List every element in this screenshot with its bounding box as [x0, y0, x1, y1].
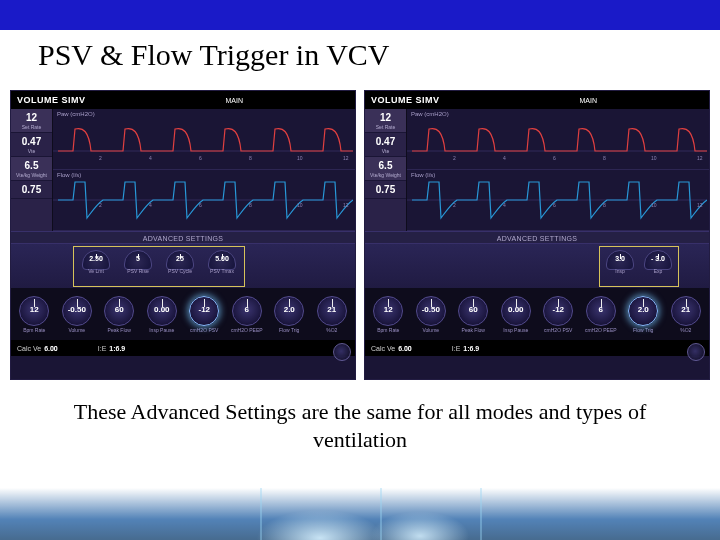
- slide-background-art: [0, 488, 720, 540]
- pressure-waveform: Paw (cmH2O) 24681012: [407, 109, 709, 170]
- dial-value: 0.00: [141, 305, 184, 314]
- dial-value: 21: [311, 305, 354, 314]
- mode-label: VOLUME SIMV: [11, 95, 86, 105]
- brand-swirl-icon: [687, 343, 705, 361]
- panel-row: VOLUME SIMV MAIN 12Set Rate 0.47Vte 6.5V…: [0, 72, 720, 380]
- advanced-settings-highlight-box: 3.0Insp - 3.0Exp: [599, 246, 679, 287]
- main-dial[interactable]: 12Bpm Rate: [13, 296, 56, 333]
- main-dial[interactable]: 21%O2: [311, 296, 354, 333]
- main-dial[interactable]: -0.50Volume: [56, 296, 99, 333]
- pressure-waveform: Paw (cmH2O) 24681012: [53, 109, 355, 170]
- dial-value: -0.50: [56, 305, 99, 314]
- dial-label: Flow Trig: [622, 327, 665, 333]
- main-dial[interactable]: -12cmH2O PSV: [183, 296, 226, 333]
- dial-label: Peak Flow: [452, 327, 495, 333]
- dial-value: 6: [226, 305, 269, 314]
- dial-value: -0.50: [410, 305, 453, 314]
- dial-value: 12: [367, 305, 410, 314]
- main-dial[interactable]: 6cmH2O PEEP: [580, 296, 623, 333]
- dial-label: cmH2O PEEP: [580, 327, 623, 333]
- waveform-area: Paw (cmH2O) 24681012 Flow (l/s) 24681012: [407, 109, 709, 231]
- sidebar: 12Set Rate 0.47Vte 6.5Vte/kg Weight 0.75: [11, 109, 53, 231]
- sidebar-tile[interactable]: 6.5Vte/kg Weight: [11, 157, 52, 181]
- dial-label: Insp Pause: [141, 327, 184, 333]
- dial-label: Insp Pause: [495, 327, 538, 333]
- main-dial-row: 12Bpm Rate-0.50Volume60Peak Flow0.00Insp…: [11, 288, 355, 340]
- main-dial[interactable]: 0.00Insp Pause: [141, 296, 184, 333]
- dial-label: Volume: [410, 327, 453, 333]
- adv-dial[interactable]: 5.00PSV Tmax: [206, 250, 238, 283]
- ventilator-panel-right: VOLUME SIMV MAIN 12Set Rate 0.47Vte 6.5V…: [364, 90, 710, 380]
- main-dial[interactable]: -0.50Volume: [410, 296, 453, 333]
- sidebar-tile[interactable]: 0.47Vte: [365, 133, 406, 157]
- header-bar: [0, 0, 720, 30]
- footer-row: Calc Ve6.00 I:E1:6.9: [11, 340, 355, 356]
- dial-value: 2.0: [622, 305, 665, 314]
- dial-value: 21: [665, 305, 708, 314]
- flow-waveform: Flow (l/s) 24681012: [53, 170, 355, 231]
- panel-header: VOLUME SIMV MAIN: [11, 91, 355, 109]
- dial-label: Peak Flow: [98, 327, 141, 333]
- sidebar-tile[interactable]: 0.75: [365, 181, 406, 199]
- main-dial[interactable]: 60Peak Flow: [452, 296, 495, 333]
- adv-dial[interactable]: - 3.0Exp: [642, 250, 674, 283]
- main-dial[interactable]: 60Peak Flow: [98, 296, 141, 333]
- sidebar-tile[interactable]: 12Set Rate: [365, 109, 406, 133]
- dial-value: 6: [580, 305, 623, 314]
- adv-dial[interactable]: 25PSV Cycle: [164, 250, 196, 283]
- dial-label: Volume: [56, 327, 99, 333]
- sidebar-tile[interactable]: 6.5Vte/kg Weight: [365, 157, 406, 181]
- main-dial[interactable]: 12Bpm Rate: [367, 296, 410, 333]
- advanced-settings-header: ADVANCED SETTINGS: [11, 231, 355, 244]
- advanced-settings-region: 3.0Insp - 3.0Exp: [365, 244, 709, 288]
- main-dial[interactable]: 2.0Flow Trig: [622, 296, 665, 333]
- tab-main[interactable]: MAIN: [570, 96, 608, 105]
- tab-main[interactable]: MAIN: [216, 96, 254, 105]
- panel-header: VOLUME SIMV MAIN: [365, 91, 709, 109]
- dial-label: cmH2O PSV: [537, 327, 580, 333]
- dial-label: cmH2O PEEP: [226, 327, 269, 333]
- main-dial[interactable]: 21%O2: [665, 296, 708, 333]
- flow-waveform: Flow (l/s) 24681012: [407, 170, 709, 231]
- dial-label: %O2: [665, 327, 708, 333]
- dial-value: 60: [98, 305, 141, 314]
- advanced-settings-region: 2.50Ve Lmt 5PSV Rise 25PSV Cycle 5.00PSV…: [11, 244, 355, 288]
- main-dial[interactable]: -12cmH2O PSV: [537, 296, 580, 333]
- slide-caption: These Advanced Settings are the same for…: [0, 380, 720, 454]
- dial-value: 0.00: [495, 305, 538, 314]
- waveform-area: Paw (cmH2O) 24681012 Flow (l/s) 24681012: [53, 109, 355, 231]
- main-dial[interactable]: 0.00Insp Pause: [495, 296, 538, 333]
- dial-label: Bpm Rate: [13, 327, 56, 333]
- advanced-settings-header: ADVANCED SETTINGS: [365, 231, 709, 244]
- sidebar-tile[interactable]: 0.47Vte: [11, 133, 52, 157]
- dial-value: -12: [537, 305, 580, 314]
- dial-label: Bpm Rate: [367, 327, 410, 333]
- dial-value: 60: [452, 305, 495, 314]
- sidebar-tile[interactable]: 0.75: [11, 181, 52, 199]
- dial-label: Flow Trig: [268, 327, 311, 333]
- adv-dial[interactable]: 5PSV Rise: [122, 250, 154, 283]
- main-dial[interactable]: 2.0Flow Trig: [268, 296, 311, 333]
- brand-swirl-icon: [333, 343, 351, 361]
- main-dial[interactable]: 6cmH2O PEEP: [226, 296, 269, 333]
- dial-value: -12: [183, 305, 226, 314]
- advanced-settings-highlight-box: 2.50Ve Lmt 5PSV Rise 25PSV Cycle 5.00PSV…: [73, 246, 245, 287]
- dial-label: %O2: [311, 327, 354, 333]
- mode-label: VOLUME SIMV: [365, 95, 440, 105]
- dial-value: 12: [13, 305, 56, 314]
- dial-value: 2.0: [268, 305, 311, 314]
- adv-dial[interactable]: 3.0Insp: [604, 250, 636, 283]
- footer-row: Calc Ve6.00 I:E1:6.9: [365, 340, 709, 356]
- ventilator-panel-left: VOLUME SIMV MAIN 12Set Rate 0.47Vte 6.5V…: [10, 90, 356, 380]
- main-dial-row: 12Bpm Rate-0.50Volume60Peak Flow0.00Insp…: [365, 288, 709, 340]
- adv-dial[interactable]: 2.50Ve Lmt: [80, 250, 112, 283]
- slide-title: PSV & Flow Trigger in VCV: [0, 30, 720, 72]
- sidebar-tile[interactable]: 12Set Rate: [11, 109, 52, 133]
- sidebar: 12Set Rate 0.47Vte 6.5Vte/kg Weight 0.75: [365, 109, 407, 231]
- dial-label: cmH2O PSV: [183, 327, 226, 333]
